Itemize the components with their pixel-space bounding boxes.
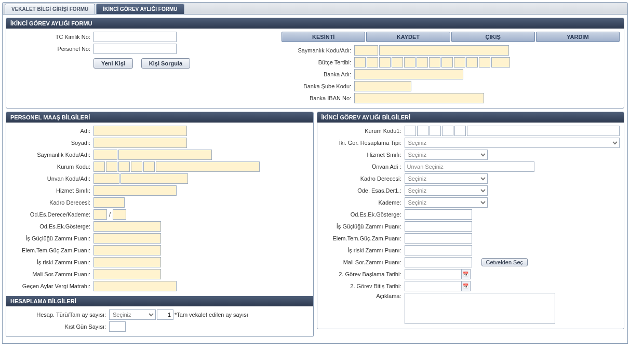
kurum-seg [143,161,155,172]
butce-seg [429,57,440,68]
gecenaylar-box [93,281,177,291]
cikis-button[interactable]: ÇIKIŞ [451,32,535,42]
kisi-sorgula-button[interactable]: Kişi Sorgula [141,58,190,69]
isguclugu-label-p: İş Güçlüğü Zammı Puanı: [10,235,93,241]
saymanlik-kodu-label: Saymanlık Kodu/Adı: [282,47,354,53]
hesaplama-header: HESAPLAMA BİLGİLERİ [6,296,313,306]
banka-iban-box [354,93,484,103]
personel-no-input[interactable] [93,44,177,54]
butce-seg [404,57,415,68]
kurum1-seg[interactable] [417,126,428,136]
unvan-input[interactable] [405,161,534,172]
kadro-label-i: Kadro Derecesi: [321,176,405,182]
saymanlik-adi-box [379,45,509,56]
isriski-label-p: İş riski Zammı Puanı: [10,259,93,265]
adi-box [93,126,187,136]
cetvelden-sec-button[interactable]: Cetvelden Seç [481,258,528,266]
kadro-label-p: Kadro Derecesi: [10,199,93,206]
kesinti-button[interactable]: KESİNTİ [282,32,365,42]
bitis-tarihi-input[interactable] [405,281,462,291]
butce-seg [379,57,391,68]
personel-no-label: Personel No: [10,46,93,52]
tam-ay-input[interactable] [157,309,173,320]
unvan-adi-box [120,173,188,184]
kist-gun-input[interactable] [109,321,126,332]
kadro-select[interactable]: Seçiniz [405,173,488,184]
main-panel: İKİNCİ GÖREV AYLIĞI FORMU TC Kimlik No: … [2,15,628,344]
isguclugu-p-box [93,233,161,244]
aciklama-label: Açıklama: [321,293,405,299]
hizmet-label-p: Hizmet Sınıfı: [10,187,93,194]
isguclugu-label-i: İş Güçlüğü Zammı Puanı: [321,223,405,230]
isriski-p-box [93,257,161,267]
kadro-box [93,197,125,208]
baslama-label: 2. Görev Başlama Tarihi: [321,271,405,277]
ekgosterge-p-box [93,221,161,232]
kurum1-seg[interactable] [405,126,416,136]
malisor-label-i: Mali Sor.Zammı Puanı: [321,259,405,265]
isriski-label-i: İş riski Zammı Puanı: [321,247,405,253]
butce-seg [454,57,465,68]
kurum1-seg[interactable] [430,126,441,136]
form-title: İKİNCİ GÖREV AYLIĞI FORMU [6,18,624,29]
ekgosterge-input[interactable] [405,209,472,220]
calendar-icon[interactable]: 📅 [461,281,471,291]
bitis-label: 2. Görev Bitiş Tarihi: [321,283,405,289]
tc-kimlik-input[interactable] [93,32,177,42]
kurum-seg [93,161,105,172]
malisor-p-box [93,269,161,279]
malisor-input[interactable] [405,257,472,267]
ode-select[interactable]: Seçiniz [405,185,488,196]
kurum-adi-box [156,161,260,172]
tab-bar: VEKALET BİLGİ GİRİŞİ FORMU İKİNCİ GÖREV … [2,2,628,15]
butce-seg [479,57,490,68]
kaydet-button[interactable]: KAYDET [366,32,450,42]
iki-gor-select[interactable]: Seçiniz [405,138,620,148]
toolbar: KESİNTİ KAYDET ÇIKIŞ YARDIM [282,32,620,42]
ikinci-gorev-section: İKİNCİ GÖREV AYLIĞI BİLGİLERİ Kurum Kodu… [317,112,625,329]
iki-gor-label: İki. Gor. Hesaplama Tipi: [321,140,405,146]
tab-vekalet[interactable]: VEKALET BİLGİ GİRİŞİ FORMU [5,4,95,14]
hizmet-select[interactable]: Seçiniz [405,150,488,160]
unvan-kodu-box [93,173,119,184]
tam-ay-note: *Tam vekalet edilen ay sayısı [175,312,248,318]
banka-adi-label: Banka Adı: [282,71,354,77]
calendar-icon[interactable]: 📅 [461,269,471,279]
aciklama-textarea[interactable] [405,293,555,324]
hesap-turu-select[interactable]: Seçiniz [109,309,156,320]
isguclugu-input[interactable] [405,221,472,232]
kurum-label: Kurum Kodu: [10,164,93,170]
kurum1-seg[interactable] [442,126,453,136]
ikinci-header: İKİNCİ GÖREV AYLIĞI BİLGİLERİ [317,112,624,123]
kurum-seg [131,161,142,172]
elemtem-p-box [93,245,161,255]
unvan-label: Unvan Kodu/Adı: [10,176,93,182]
kademe-select[interactable]: Seçiniz [405,197,488,208]
unvan-label-i: Ünvan Adi : [321,164,405,170]
kurum1-seg[interactable] [454,126,466,136]
kist-gun-label: Kıst Gün Sayısı: [10,323,109,330]
form-top-section: İKİNCİ GÖREV AYLIĞI FORMU TC Kimlik No: … [6,18,624,109]
ekgosterge-label-i: Öd.Es.Ek.Gösterge: [321,211,405,218]
ekgosterge-label-p: Öd.Es.Ek.Gösterge: [10,223,93,230]
ode-label: Öde. Esas.Der1.: [321,187,405,194]
tc-kimlik-label: TC Kimlik No: [10,34,93,40]
butce-seg [392,57,403,68]
yeni-kisi-button[interactable]: Yeni Kişi [93,58,133,69]
saymanlik-adi-p-box [118,150,212,160]
isriski-input[interactable] [405,245,472,255]
elemtem-label-i: Elem.Tem.Güç.Zam.Puanı: [321,235,405,241]
tab-ikinci-gorev[interactable]: İKİNCİ GÖREV AYLIĞI FORMU [96,4,184,14]
butce-seg [367,57,378,68]
baslama-tarihi-input[interactable] [405,269,462,279]
butce-seg [441,57,453,68]
personel-section: PERSONEL MAAŞ BİLGİLERİ Adı: Soyadı: Say… [6,112,314,337]
yardim-button[interactable]: YARDIM [536,32,620,42]
odes-label: Öd.Es.Derece/Kademe: [10,211,93,218]
hizmet-label-i: Hizmet Sınıfı: [321,152,405,158]
saymanlik-label-p: Saymanlık Kodu/Adı: [10,152,93,158]
elemtem-input[interactable] [405,233,472,244]
personel-header: PERSONEL MAAŞ BİLGİLERİ [6,112,313,123]
banka-iban-label: Banka IBAN No: [282,95,354,101]
kurum1-adi-input[interactable] [467,126,620,136]
